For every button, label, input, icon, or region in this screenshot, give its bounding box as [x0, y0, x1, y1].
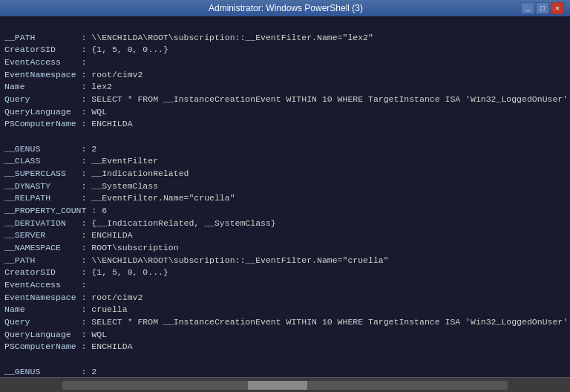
line: EventNamespace : root/cimv2 [4, 293, 142, 302]
maximize-button[interactable]: □ [536, 2, 549, 14]
minimize-button[interactable]: _ [521, 2, 534, 14]
line: __CLASS : __EventFilter [4, 156, 158, 166]
line: __PROPERTY_COUNT : 6 [4, 206, 107, 215]
line: __SERVER : ENCHILDA [4, 230, 133, 240]
window-controls[interactable]: _ □ ✕ [521, 2, 564, 14]
line: __DERIVATION : {__IndicationRelated, __S… [4, 218, 276, 228]
line: PSComputerName : ENCHILDA [4, 119, 133, 128]
close-button[interactable]: ✕ [551, 2, 564, 14]
scrollbar-area[interactable] [0, 377, 570, 392]
line: QueryLanguage : WQL [4, 330, 107, 339]
window-title: Administrator: Windows PowerShell (3) [50, 3, 521, 13]
line: __GENUS : 2 [4, 144, 96, 154]
line: __RELPATH : __EventFilter.Name="cruella" [4, 193, 235, 203]
line: Query : SELECT * FROM __InstanceCreation… [4, 317, 568, 327]
line: __GENUS : 2 [4, 367, 96, 376]
line: __DYNASTY : __SystemClass [4, 181, 158, 191]
line: Name : cruella [4, 304, 128, 314]
line: Name : lex2 [4, 82, 112, 91]
line: __NAMESPACE : ROOT\subscription [4, 243, 179, 252]
line: CreatorSID : {1, 5, 0, 0...} [4, 45, 168, 54]
line: CreatorSID : {1, 5, 0, 0...} [4, 267, 168, 277]
terminal-output: __PATH : \\ENCHILDA\ROOT\subscription::_… [0, 16, 570, 377]
line: __SUPERCLASS : __IndicationRelated [4, 169, 189, 178]
line: EventNamespace : root/cimv2 [4, 70, 142, 79]
line: __PATH : \\ENCHILDA\ROOT\subscription::_… [4, 255, 389, 265]
scrollbar-thumb[interactable] [248, 381, 307, 390]
line: Query : SELECT * FROM __InstanceCreation… [4, 94, 568, 104]
line: EventAccess : [4, 57, 86, 67]
line: QueryLanguage : WQL [4, 107, 107, 117]
title-bar: Administrator: Windows PowerShell (3) _ … [0, 0, 570, 16]
line: PSComputerName : ENCHILDA [4, 342, 133, 351]
scrollbar-track[interactable] [62, 381, 508, 390]
line: EventAccess : [4, 280, 86, 290]
line: __PATH : \\ENCHILDA\ROOT\subscription::_… [4, 33, 373, 42]
